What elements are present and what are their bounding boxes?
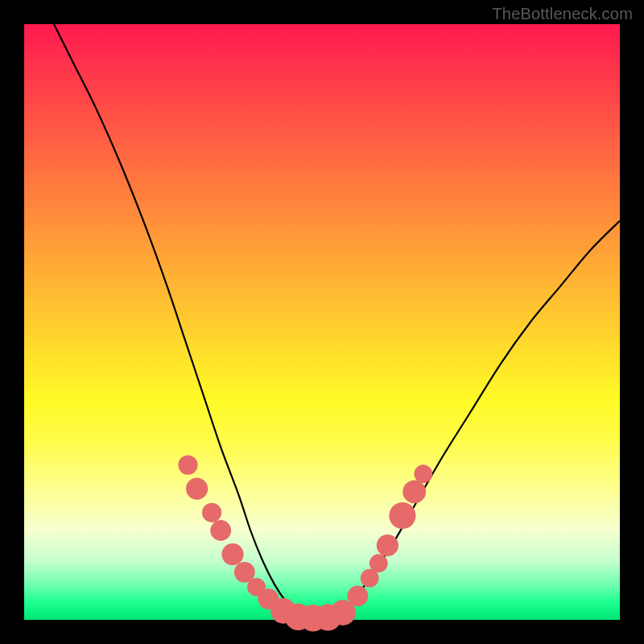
bottleneck-curve [54,24,620,621]
left-cluster-5 [221,543,243,565]
left-cluster-2 [186,478,208,500]
right-cluster-7 [414,464,432,483]
right-cluster-5 [389,502,415,529]
left-cluster-1 [178,456,197,475]
plot-area [24,24,620,620]
right-cluster-1 [348,586,369,607]
curve-svg [24,24,620,620]
marker-group [178,456,432,632]
right-cluster-3 [369,554,388,572]
left-cluster-3 [202,503,221,522]
outer-frame: TheBottleneck.com [0,0,644,644]
right-cluster-4 [377,535,398,556]
attribution-text: TheBottleneck.com [492,5,633,23]
right-cluster-6 [402,481,426,504]
left-cluster-4 [210,520,231,541]
